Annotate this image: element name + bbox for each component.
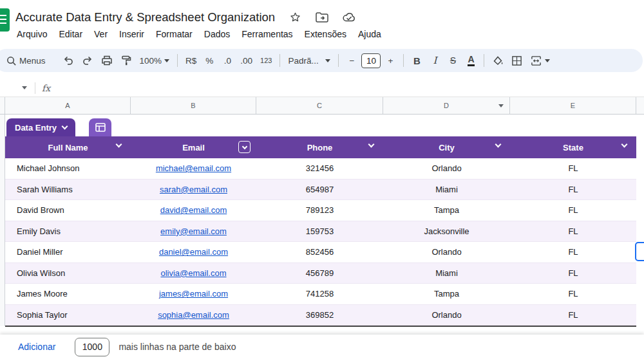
cell-phone[interactable]: 369852 <box>256 310 383 320</box>
column-dropdown-icon[interactable] <box>498 104 504 107</box>
fill-color-button[interactable] <box>489 51 507 69</box>
table-header-city[interactable]: City <box>383 136 510 158</box>
cell-city[interactable]: Jacksonville <box>383 226 510 236</box>
menu-item-ajuda[interactable]: Ajuda <box>352 27 387 41</box>
decrease-decimals-button[interactable]: .0 <box>219 51 236 69</box>
chevron-down-icon[interactable] <box>368 142 375 148</box>
row-count-input[interactable] <box>75 338 109 356</box>
cell-phone[interactable]: 741258 <box>256 289 383 299</box>
cell-full-name[interactable]: Sophia Taylor <box>5 310 131 320</box>
cell-full-name[interactable]: Michael Johnson <box>5 163 131 173</box>
menu-item-formatar[interactable]: Formatar <box>150 27 198 41</box>
undo-button[interactable] <box>59 51 77 69</box>
filter-button-icon[interactable] <box>238 141 251 153</box>
table-view-button[interactable] <box>89 118 111 136</box>
increase-font-size-button[interactable]: + <box>382 51 399 69</box>
menu-item-arquivo[interactable]: Arquivo <box>11 27 53 41</box>
cell-email[interactable]: david@email.com <box>131 205 256 215</box>
bold-button[interactable]: B <box>408 51 425 69</box>
percent-format-button[interactable]: % <box>201 51 218 69</box>
cell-email[interactable]: james@email.com <box>131 289 256 299</box>
column-header-D[interactable]: D <box>383 97 510 114</box>
more-formats-button[interactable]: 123 <box>257 51 275 69</box>
column-header-E[interactable]: E <box>510 97 636 114</box>
email-link[interactable]: sarah@email.com <box>160 185 227 194</box>
decrease-font-size-button[interactable]: − <box>343 51 360 69</box>
email-link[interactable]: emily@email.com <box>160 226 227 236</box>
merge-cells-button[interactable] <box>527 51 553 69</box>
paint-format-button[interactable] <box>117 51 135 69</box>
cell-state[interactable]: FL <box>510 268 636 278</box>
email-link[interactable]: olivia@email.com <box>160 268 226 278</box>
cell-phone[interactable]: 852456 <box>256 247 383 257</box>
menu-item-extensões[interactable]: Extensões <box>299 27 352 41</box>
redo-button[interactable] <box>79 51 97 69</box>
email-link[interactable]: sophia@email.com <box>158 310 229 320</box>
email-link[interactable]: james@email.com <box>159 289 228 299</box>
cell-state[interactable]: FL <box>510 205 636 215</box>
column-header-B[interactable]: B <box>131 97 256 114</box>
document-title[interactable]: Accurate Data Entry & Spreadsheet Organi… <box>15 10 275 24</box>
cell-city[interactable]: Tampa <box>383 289 510 299</box>
cloud-saved-icon[interactable] <box>342 10 356 24</box>
table-name-tab[interactable]: Data Entry <box>6 118 75 136</box>
cell-state[interactable]: FL <box>510 185 636 194</box>
chevron-down-icon[interactable] <box>116 142 122 148</box>
cell-city[interactable]: Miami <box>383 268 510 278</box>
cell-email[interactable]: olivia@email.com <box>131 268 256 278</box>
cell-full-name[interactable]: David Brown <box>5 205 131 215</box>
cell-city[interactable]: Orlando <box>383 310 510 320</box>
cell-full-name[interactable]: Daniel Miller <box>5 247 131 257</box>
email-link[interactable]: daniel@email.com <box>159 247 228 257</box>
menu-item-editar[interactable]: Editar <box>53 27 88 41</box>
currency-format-button[interactable]: R$ <box>182 51 200 69</box>
text-color-button[interactable]: A <box>462 51 479 69</box>
cell-email[interactable]: daniel@email.com <box>131 247 256 257</box>
cell-state[interactable]: FL <box>510 247 636 257</box>
cell-full-name[interactable]: Olivia Wilson <box>5 268 131 278</box>
chevron-down-icon[interactable] <box>495 142 502 148</box>
table-header-email[interactable]: Email <box>131 136 256 158</box>
chevron-down-icon[interactable] <box>621 142 628 148</box>
cell-full-name[interactable]: Sarah Williams <box>5 185 131 194</box>
search-menus-button[interactable]: Menus <box>3 51 49 69</box>
increase-decimals-button[interactable]: .00 <box>237 51 256 69</box>
column-header-A[interactable]: A <box>5 97 131 114</box>
cell-city[interactable]: Miami <box>383 185 510 194</box>
cell-phone[interactable]: 456789 <box>256 268 383 278</box>
zoom-select[interactable]: 100% <box>137 51 173 69</box>
cell-full-name[interactable]: James Moore <box>5 289 131 299</box>
cell-state[interactable]: FL <box>510 310 636 320</box>
cell-state[interactable]: FL <box>510 289 636 299</box>
cell-city[interactable]: Orlando <box>383 247 510 257</box>
table-header-state[interactable]: State <box>510 136 636 158</box>
move-folder-icon[interactable] <box>315 10 329 24</box>
cell-phone[interactable]: 159753 <box>256 226 383 236</box>
add-rows-button[interactable]: Adicionar <box>18 342 55 352</box>
star-icon[interactable] <box>288 10 302 24</box>
cell-city[interactable]: Orlando <box>383 163 510 173</box>
cell-state[interactable]: FL <box>510 163 636 173</box>
menu-item-ferramentas[interactable]: Ferramentas <box>236 27 298 41</box>
cell-email[interactable]: sophia@email.com <box>131 310 256 320</box>
table-header-phone[interactable]: Phone <box>256 136 383 158</box>
menu-item-ver[interactable]: Ver <box>88 27 113 41</box>
cell-email[interactable]: emily@email.com <box>131 226 256 236</box>
column-header-C[interactable]: C <box>256 97 383 114</box>
cell-phone[interactable]: 321456 <box>256 163 383 173</box>
cell-phone[interactable]: 654987 <box>256 185 383 194</box>
cell-email[interactable]: michael@email.com <box>131 163 256 173</box>
cell-city[interactable]: Tampa <box>383 205 510 215</box>
cell-state[interactable]: FL <box>510 226 636 236</box>
corner-cell[interactable] <box>0 97 5 114</box>
menu-item-inserir[interactable]: Inserir <box>113 27 150 41</box>
table-header-full-name[interactable]: Full Name <box>5 136 131 158</box>
cell-email[interactable]: sarah@email.com <box>131 185 256 194</box>
name-box-dropdown-icon[interactable] <box>22 86 27 89</box>
borders-button[interactable] <box>508 51 526 69</box>
font-size-input[interactable]: 10 <box>361 53 381 68</box>
menu-item-dados[interactable]: Dados <box>198 27 236 41</box>
email-link[interactable]: michael@email.com <box>156 163 231 173</box>
cell-full-name[interactable]: Emily Davis <box>5 226 131 236</box>
strikethrough-button[interactable]: S <box>444 51 461 69</box>
